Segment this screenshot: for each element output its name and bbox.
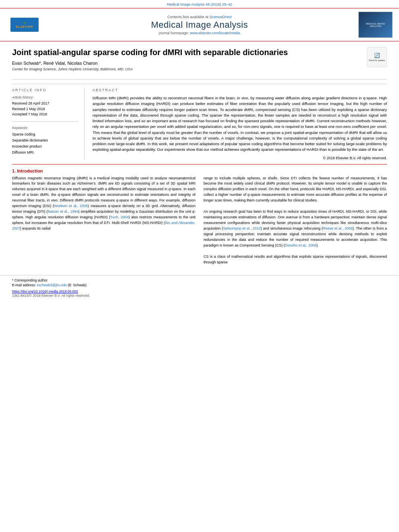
- title-authors-block: Joint spatial-angular sparse coding for …: [12, 47, 296, 75]
- received-date: Received 28 April 2017: [12, 101, 78, 107]
- journal-title: Medical Image Analysis: [47, 20, 352, 30]
- authors-line: Evan Schwab*, René Vidal, Nicolas Charon: [12, 61, 296, 66]
- svg-rect-0: [14, 19, 36, 31]
- email-link[interactable]: eschwab3@jhu.edu: [37, 283, 67, 287]
- body-col2-text: range to include multiple spheres, or sh…: [204, 176, 387, 265]
- abstract-heading: ABSTRACT: [93, 88, 387, 92]
- accepted-date: Accepted 7 May 2018: [12, 112, 78, 117]
- body-col-1: Diffusion magnetic resonance imaging (dM…: [12, 176, 195, 265]
- doi-line: https://doi.org/10.1016/j.media.2018.05.…: [12, 290, 387, 294]
- svg-text:🌿: 🌿: [23, 22, 26, 25]
- divider: [12, 121, 78, 122]
- body-two-col: Diffusion magnetic resonance imaging (dM…: [12, 176, 387, 265]
- issn-line: 1361-8415/© 2018 Elsevier B.V. All right…: [12, 294, 387, 298]
- page-footer: * Corresponding author. E-mail address: …: [0, 275, 399, 301]
- journal-cover-area: MEDICAL IMAGE ANALYSIS: [352, 12, 393, 38]
- article-title: Joint spatial-angular sparse coding for …: [12, 47, 296, 58]
- contents-line: Contents lists available at ScienceDirec…: [47, 15, 352, 19]
- article-info-col: ARTICLE INFO Article history: Received 2…: [12, 88, 84, 160]
- article-info-abstract: ARTICLE INFO Article history: Received 2…: [12, 84, 387, 160]
- keyword-1: Sparse coding: [12, 131, 78, 138]
- body-section: 1. Introduction Diffusion magnetic reson…: [12, 164, 387, 265]
- affiliation-line: Center for Imaging Science, Johns Hopkin…: [12, 67, 296, 71]
- journal-header-center: Contents lists available at ScienceDirec…: [47, 15, 352, 35]
- keyword-4: Diffusion MRI: [12, 150, 78, 156]
- corresponding-author-note: * Corresponding author. E-mail address: …: [12, 278, 387, 288]
- journal-homepage: journal homepage: www.elsevier.com/locat…: [47, 31, 352, 35]
- elsevier-logo-area: 🌿 ELSEVIER: [6, 17, 47, 33]
- body-col-2: range to include multiple spheres, or sh…: [204, 176, 387, 265]
- keyword-2: Separable dictionaries: [12, 138, 78, 144]
- section1-title: 1. Introduction: [12, 168, 387, 173]
- homepage-link[interactable]: www.elsevier.com/locate/media: [190, 31, 240, 35]
- keyword-3: Kronecker product: [12, 144, 78, 150]
- abstract-text: Diffusion MRI (dMRI) provides the abilit…: [93, 95, 387, 153]
- svg-text:ELSEVIER: ELSEVIER: [16, 25, 33, 28]
- elsevier-logo: 🌿 ELSEVIER: [6, 17, 43, 33]
- copyright-line: © 2018 Elsevier B.V. All rights reserved…: [93, 156, 387, 160]
- abstract-col: ABSTRACT Diffusion MRI (dMRI) provides t…: [93, 88, 387, 160]
- article-history-label: Article history:: [12, 95, 78, 99]
- article-info-heading: ARTICLE INFO: [12, 88, 78, 92]
- main-content: Joint spatial-angular sparse coding for …: [0, 41, 399, 269]
- elsevier-logo-image: 🌿 ELSEVIER: [10, 18, 39, 32]
- keywords-label: Keywords:: [12, 126, 78, 130]
- article-title-section: Joint spatial-angular sparse coding for …: [12, 47, 387, 80]
- journal-cover-image: MEDICAL IMAGE ANALYSIS: [358, 12, 393, 38]
- revised-date: Revised 1 May 2018: [12, 107, 78, 112]
- doi-link[interactable]: https://doi.org/10.1016/j.media.2018.05.…: [12, 290, 78, 294]
- journal-header: 🌿 ELSEVIER Contents lists available at S…: [0, 8, 399, 41]
- sciencedirect-link[interactable]: ScienceDirect: [210, 15, 232, 19]
- check-updates-badge: 🔄 Check for updates: [367, 47, 387, 67]
- journal-reference-line: Medical Image Analysis 48 (2018) 25–42: [0, 0, 399, 8]
- body-col1-text: Diffusion magnetic resonance imaging (dM…: [12, 176, 195, 232]
